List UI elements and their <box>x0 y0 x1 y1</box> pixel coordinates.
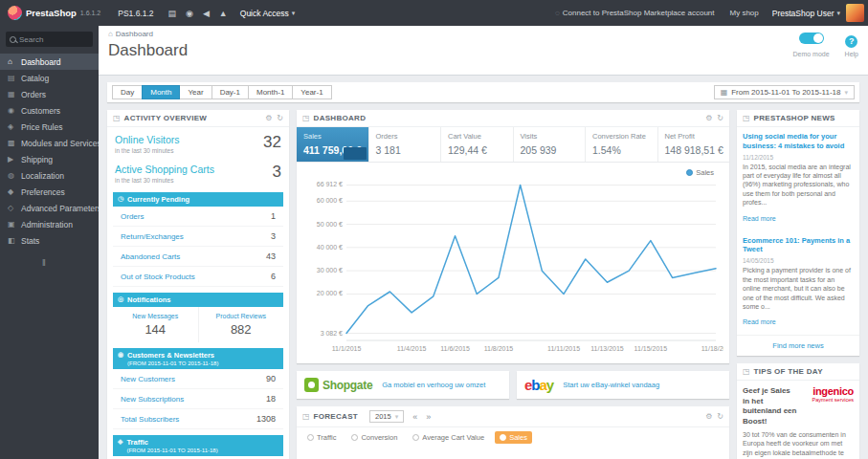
filter-year-button[interactable]: Year <box>179 85 211 99</box>
pending-row-abandoned-carts[interactable]: Abandoned Carts 43 <box>113 247 283 267</box>
sidebar-item-dashboard[interactable]: ⌂ Dashboard <box>0 54 99 70</box>
sidebar-item-localization[interactable]: ◍ Localization <box>0 167 99 184</box>
help-icon: ? <box>845 35 857 48</box>
refresh-icon[interactable]: ↻ <box>717 114 723 122</box>
gear-icon[interactable]: ⚙ <box>265 114 272 122</box>
news-article-title[interactable]: Using social media for your business: 4 … <box>743 132 854 151</box>
search-input[interactable] <box>19 35 89 44</box>
metric-conversion-rate[interactable]: Conversion Rate 1.54% <box>586 127 658 162</box>
tips-header: Geef je Sales in het buitenland een Boos… <box>737 381 859 430</box>
forecast-legend-sales[interactable]: Sales <box>495 431 532 444</box>
sales-chart: Sales 3 082 €20 000 €30 000 €40 000 €50 … <box>297 163 729 363</box>
help-button[interactable]: ? Help <box>845 31 858 57</box>
news-article-title[interactable]: Ecommerce 101: Payments in a Tweet <box>743 236 854 255</box>
next-year-button[interactable]: » <box>426 412 431 422</box>
filter-month-button[interactable]: Month <box>142 85 180 99</box>
sidebar-item-customers[interactable]: ◉ Customers <box>0 102 99 119</box>
ebay-link[interactable]: Start uw eBay-winkel vandaag <box>563 381 659 389</box>
cart-icon[interactable]: ▤ <box>164 9 182 18</box>
ingenico-brand: ingenico <box>804 386 854 397</box>
sidebar-item-orders[interactable]: ▦ Orders <box>0 86 99 102</box>
legend-dot <box>307 434 314 441</box>
online-visitors-stat[interactable]: Online Visitors in the last 30 minutes 3… <box>107 127 289 157</box>
metric-net-profit[interactable]: Net Profit 148 918,51 € <box>658 127 730 162</box>
shopgate-brand: Shopgate <box>323 379 372 392</box>
filter-day-button[interactable]: Day <box>112 85 143 99</box>
sidebar-item-preferences[interactable]: ◆ Preferences <box>0 184 99 200</box>
caret-down-icon: ▾ <box>836 10 840 17</box>
sidebar-item-stats[interactable]: ◧ Stats <box>0 232 99 249</box>
legend-dot <box>412 434 419 441</box>
sidebar-item-price-rules[interactable]: ◈ Price Rules <box>0 119 99 135</box>
metric-cart-value[interactable]: Cart Value 129,44 € <box>441 127 514 162</box>
caret-down-icon: ▾ <box>844 89 848 97</box>
read-more-link[interactable]: Read more <box>743 215 776 222</box>
header-tools: Demo mode ? Help <box>792 31 858 57</box>
forecast-legend-conversion[interactable]: Conversion <box>346 431 402 444</box>
customers-row-new-subscriptions[interactable]: New Subscriptions 18 <box>113 389 283 409</box>
metric-visits[interactable]: Visits 205 939 <box>514 127 587 162</box>
active-carts-stat[interactable]: Active Shopping Carts in the last 30 min… <box>107 157 289 186</box>
people-icon: ◉ <box>118 351 123 359</box>
sidebar-item-administration[interactable]: ▣ Administration <box>0 216 99 232</box>
gear-icon[interactable]: ⚙ <box>705 114 712 122</box>
prestashop-logo[interactable]: PrestaShop 1.6.1.2 <box>0 6 108 20</box>
filter-day-1-button[interactable]: Day-1 <box>211 85 249 99</box>
chart-legend[interactable]: Sales <box>686 168 714 177</box>
user-menu[interactable]: PrestaShop User ▾ <box>767 9 846 18</box>
sidebar-item-label: Orders <box>21 90 46 99</box>
filter-month-1-button[interactable]: Month-1 <box>248 85 293 99</box>
shop-name[interactable]: PS1.6.1.2 <box>108 9 163 18</box>
customers-row-new-customers[interactable]: New Customers 90 <box>113 369 283 389</box>
orders-icon: ▦ <box>8 90 16 98</box>
metric-sales[interactable]: Sales 411 759,00 € <box>297 127 369 162</box>
forecast-legend-traffic[interactable]: Traffic <box>302 431 341 444</box>
filter-year-1-button[interactable]: Year-1 <box>292 85 331 99</box>
marketplace-link[interactable]: ◌ Connect to PrestaShop Marketplace acco… <box>547 9 723 17</box>
pending-row-orders[interactable]: Orders 1 <box>113 207 283 227</box>
date-range-picker[interactable]: ▦ From 2015-11-01 To 2015-11-18 ▾ <box>714 85 855 99</box>
my-shop-link[interactable]: My shop <box>723 9 767 17</box>
legend-dot <box>500 434 506 441</box>
tips-body: 30 tot 70% van de consumenten in Europa … <box>737 430 859 459</box>
section-customers-newsletters: ◉ Customers & Newsletters (FROM 2015-11-… <box>113 348 283 369</box>
preferences-icon: ◆ <box>8 187 16 196</box>
collapse-sidebar-button[interactable]: ‖ <box>0 249 99 268</box>
toggle-switch[interactable] <box>799 33 824 44</box>
sidebar-item-catalog[interactable]: ▤ Catalog <box>0 70 99 86</box>
pending-row-returns[interactable]: Return/Exchanges 3 <box>113 227 283 247</box>
calendar-icon: ▦ <box>721 88 728 97</box>
megaphone-icon[interactable]: ◀ <box>198 9 214 18</box>
gear-icon[interactable]: ⚙ <box>705 412 712 421</box>
pending-row-out-of-stock[interactable]: Out of Stock Products 6 <box>113 267 283 287</box>
sidebar-item-shipping[interactable]: ▶ Shipping <box>0 151 99 167</box>
stats-icon: ◧ <box>8 236 16 245</box>
sidebar-item-modules[interactable]: ▩ Modules and Services <box>0 135 99 151</box>
ebay-logo: ebay <box>524 377 553 393</box>
find-more-news-link[interactable]: Find more news <box>737 335 859 356</box>
product-reviews-cell[interactable]: Product Reviews 882 <box>198 307 284 342</box>
refresh-icon[interactable]: ↻ <box>277 114 283 122</box>
demo-mode-toggle[interactable]: Demo mode <box>792 31 829 57</box>
quick-access-menu[interactable]: Quick Access ▾ <box>233 9 303 18</box>
customer-icon[interactable]: ◉ <box>181 9 198 18</box>
customers-row-total-subscribers[interactable]: Total Subscribers 1308 <box>113 409 283 429</box>
forecast-year-select[interactable]: 2015 ▾ <box>369 410 404 423</box>
refresh-icon[interactable]: ↻ <box>717 412 723 421</box>
shopgate-logo: Shopgate <box>304 378 372 392</box>
sidebar-item-advanced-parameters[interactable]: ◇ Advanced Parameters <box>0 200 99 216</box>
shopgate-promo: Shopgate Ga mobiel en verhoog uw omzet <box>297 371 509 399</box>
rocket-icon[interactable]: ▲ <box>214 9 233 18</box>
section-currently-pending: ◷ Currently Pending <box>113 192 283 207</box>
main-area: ⌂ Dashboard Dashboard Demo mode ? Help D… <box>99 26 868 459</box>
shopgate-link[interactable]: Ga mobiel en verhoog uw omzet <box>382 381 485 389</box>
metric-orders[interactable]: Orders 3 181 <box>369 127 442 162</box>
forecast-legend-average-cart-value[interactable]: Average Cart Value <box>408 431 489 444</box>
breadcrumb[interactable]: ⌂ Dashboard <box>108 30 868 38</box>
previous-year-button[interactable]: « <box>412 412 417 422</box>
new-messages-cell[interactable]: New Messages 144 <box>113 307 198 342</box>
advanced-parameters-icon: ◇ <box>8 204 16 212</box>
avatar[interactable] <box>846 4 864 22</box>
read-more-link[interactable]: Read more <box>743 318 776 325</box>
active-carts-label: Active Shopping Carts <box>115 164 214 175</box>
